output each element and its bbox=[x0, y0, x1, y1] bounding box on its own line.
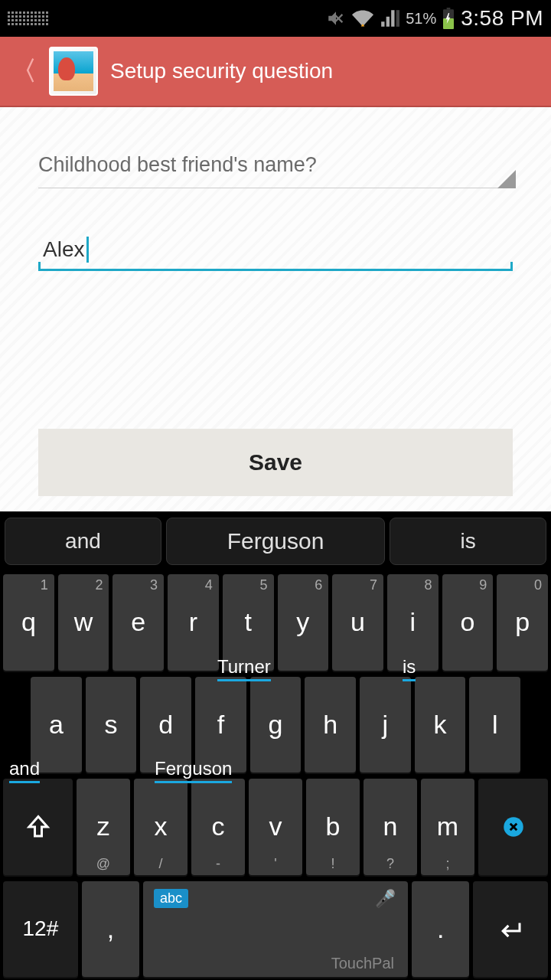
status-clock: 3:58 PM bbox=[461, 6, 543, 31]
key-w[interactable]: 2w bbox=[58, 574, 109, 671]
key-q[interactable]: 1q bbox=[3, 574, 54, 671]
soft-keyboard: and Ferguson is 1q 2w 3e 4r 5t 6y 7u 8i … bbox=[0, 511, 551, 980]
key-numlock[interactable]: 12# bbox=[3, 881, 78, 978]
key-u[interactable]: 7u bbox=[332, 574, 383, 671]
battery-icon bbox=[442, 8, 455, 29]
suggestion-bar: and Ferguson is bbox=[0, 511, 551, 571]
key-shift[interactable] bbox=[3, 779, 73, 875]
key-row-3: z@ x/ c- v' b! n? m; bbox=[3, 779, 548, 875]
key-space[interactable]: abc 🎤 TouchPal bbox=[143, 881, 408, 978]
suggestion-3[interactable]: is bbox=[390, 518, 546, 565]
key-comma[interactable]: , bbox=[82, 881, 139, 978]
abc-mode-badge: abc bbox=[154, 889, 188, 908]
key-period[interactable]: . bbox=[412, 881, 469, 978]
key-k[interactable]: k bbox=[415, 677, 466, 773]
security-question-spinner[interactable]: Childhood best friend's name? bbox=[38, 153, 513, 188]
key-r[interactable]: 4r bbox=[168, 574, 219, 671]
key-y[interactable]: 6y bbox=[278, 574, 329, 671]
save-button-label: Save bbox=[249, 449, 302, 475]
wifi-icon bbox=[352, 8, 373, 29]
svg-rect-1 bbox=[447, 8, 451, 9]
key-b[interactable]: b! bbox=[306, 779, 360, 875]
key-enter[interactable] bbox=[473, 881, 548, 978]
key-o[interactable]: 9o bbox=[442, 574, 494, 671]
battery-percent: 51% bbox=[406, 10, 436, 28]
mic-icon: 🎤 bbox=[375, 889, 396, 909]
dropdown-indicator-icon bbox=[497, 170, 516, 188]
key-h[interactable]: h bbox=[305, 677, 356, 773]
security-question-text: Childhood best friend's name? bbox=[38, 153, 317, 176]
keyboard-brand: TouchPal bbox=[331, 955, 394, 972]
key-row-1: 1q 2w 3e 4r 5t 6y 7u 8i 9o 0p Turner is bbox=[3, 574, 548, 671]
mute-icon bbox=[326, 8, 346, 28]
page-title: Setup security question bbox=[110, 59, 333, 83]
key-row-4: 12# , abc 🎤 TouchPal . bbox=[3, 881, 548, 978]
key-s[interactable]: s bbox=[86, 677, 137, 773]
key-e[interactable]: 3e bbox=[112, 574, 164, 671]
answer-input[interactable]: Alex bbox=[38, 230, 513, 271]
key-v[interactable]: v' bbox=[249, 779, 302, 875]
key-c[interactable]: c- bbox=[191, 779, 245, 875]
key-i[interactable]: 8i bbox=[387, 574, 439, 671]
key-n[interactable]: n? bbox=[364, 779, 417, 875]
save-button[interactable]: Save bbox=[38, 429, 513, 496]
hw-keyboard-icon bbox=[8, 11, 48, 25]
content-area: Childhood best friend's name? Alex Save bbox=[0, 107, 551, 511]
suggestion-2[interactable]: Ferguson bbox=[166, 518, 385, 565]
answer-input-value: Alex bbox=[43, 237, 89, 264]
status-bar: 51% 3:58 PM bbox=[0, 0, 551, 37]
key-m[interactable]: m; bbox=[421, 779, 474, 875]
text-cursor bbox=[86, 237, 89, 263]
signal-icon bbox=[380, 8, 399, 28]
key-d[interactable]: d bbox=[140, 677, 191, 773]
key-p[interactable]: 0p bbox=[497, 574, 548, 671]
key-z[interactable]: z@ bbox=[77, 779, 130, 875]
key-l[interactable]: l bbox=[469, 677, 520, 773]
key-x[interactable]: x/ bbox=[134, 779, 187, 875]
key-j[interactable]: j bbox=[360, 677, 411, 773]
app-icon bbox=[49, 47, 98, 96]
key-a[interactable]: a bbox=[31, 677, 82, 773]
app-bar: 〈 Setup security question bbox=[0, 37, 551, 107]
key-row-2: a s d f g h j k l and Ferguson bbox=[3, 677, 548, 773]
key-backspace[interactable] bbox=[478, 779, 548, 875]
suggestion-1[interactable]: and bbox=[5, 518, 161, 565]
key-g[interactable]: g bbox=[250, 677, 302, 773]
key-f[interactable]: f bbox=[195, 677, 246, 773]
key-t[interactable]: 5t bbox=[223, 574, 274, 671]
back-button[interactable]: 〈 bbox=[11, 54, 37, 89]
